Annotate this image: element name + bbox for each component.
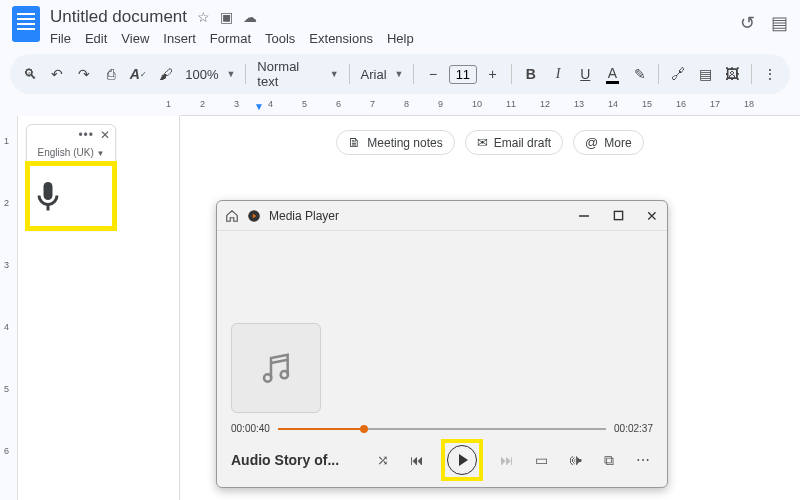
ruler-tick: 13 [574,99,584,109]
ruler-tick: 6 [336,99,341,109]
subtitles-icon[interactable]: ▭ [531,450,551,470]
comment-icon[interactable]: ▤ [771,12,788,34]
media-player-window[interactable]: Media Player ✕ 00:00:40 00:02:37 Audio S… [216,200,668,488]
ruler-tick: 4 [4,322,9,332]
move-folder-icon[interactable]: ▣ [220,9,233,25]
search-icon[interactable]: 🔍︎ [18,62,41,86]
document-title[interactable]: Untitled document [50,7,187,27]
svg-line-6 [271,360,288,363]
window-title: Media Player [269,209,339,223]
redo-icon[interactable]: ↷ [72,62,95,86]
close-icon[interactable]: ✕ [100,128,110,142]
play-button[interactable] [447,445,477,475]
spellcheck-icon[interactable]: A✓ [127,62,150,86]
chip-email-draft[interactable]: ✉Email draft [465,130,563,155]
close-icon[interactable]: ✕ [645,209,659,223]
album-art-placeholder [231,323,321,413]
svg-rect-3 [614,211,622,219]
underline-button[interactable]: U [574,62,597,86]
ruler-tick: 14 [608,99,618,109]
previous-track-icon[interactable]: ⏮ [407,450,427,470]
chevron-down-icon[interactable]: ▼ [395,69,407,79]
email-icon: ✉ [477,135,488,150]
horizontal-ruler[interactable]: ▼ 123456789101112131415161718 [180,98,800,116]
undo-icon[interactable]: ↶ [45,62,68,86]
menu-bar: File Edit View Insert Format Tools Exten… [50,31,740,46]
chevron-down-icon[interactable]: ▼ [226,69,238,79]
highlight-button[interactable]: ✎ [628,62,651,86]
ruler-tick: 17 [710,99,720,109]
microphone-icon[interactable] [30,176,66,218]
text-color-button[interactable]: A [601,62,624,86]
track-title: Audio Story of... [231,452,359,468]
next-track-icon[interactable]: ⏭ [497,450,517,470]
font-size-input[interactable]: 11 [449,65,477,84]
history-icon[interactable]: ↺ [740,12,755,34]
shuffle-icon[interactable]: ⤮ [373,450,393,470]
menu-file[interactable]: File [50,31,71,46]
indent-marker-icon[interactable]: ▼ [254,101,264,112]
ruler-tick: 12 [540,99,550,109]
window-titlebar[interactable]: Media Player ✕ [217,201,667,231]
insert-comment-icon[interactable]: ▤ [693,62,716,86]
chip-more[interactable]: @More [573,130,644,155]
more-toolbar-icon[interactable]: ⋮ [759,62,782,86]
seek-knob[interactable] [360,425,368,433]
seek-bar[interactable] [278,428,606,430]
print-icon[interactable]: ⎙ [100,62,123,86]
home-icon[interactable] [225,209,239,223]
ruler-tick: 11 [506,99,516,109]
star-icon[interactable]: ☆ [197,9,210,25]
ruler-tick: 9 [438,99,443,109]
play-icon [459,454,468,466]
chevron-down-icon[interactable]: ▼ [330,69,342,79]
zoom-select[interactable]: 100% [181,67,222,82]
menu-help[interactable]: Help [387,31,414,46]
chip-meeting-notes[interactable]: 🗎Meeting notes [336,130,454,155]
elapsed-time: 00:00:40 [231,423,270,434]
ruler-tick: 4 [268,99,273,109]
minimize-icon[interactable] [577,209,591,223]
menu-edit[interactable]: Edit [85,31,107,46]
insert-image-icon[interactable]: 🖼︎ [721,62,744,86]
ruler-tick: 5 [302,99,307,109]
font-select[interactable]: Arial [357,67,391,82]
ruler-tick: 10 [472,99,482,109]
ruler-tick: 18 [744,99,754,109]
menu-insert[interactable]: Insert [163,31,196,46]
bold-button[interactable]: B [519,62,542,86]
vertical-ruler[interactable]: 123456 [0,116,18,500]
italic-button[interactable]: I [546,62,569,86]
paint-format-icon[interactable]: 🖌︎ [154,62,177,86]
svg-point-4 [264,374,271,381]
voice-more-icon[interactable]: ••• [78,128,94,142]
miniplayer-icon[interactable]: ⧉ [599,450,619,470]
font-size-increase[interactable]: + [481,62,504,86]
toolbar: 🔍︎ ↶ ↷ ⎙ A✓ 🖌︎ 100% ▼ Normal text ▼ Aria… [10,54,790,94]
maximize-icon[interactable] [611,209,625,223]
ruler-tick: 15 [642,99,652,109]
insert-link-icon[interactable]: 🔗︎ [666,62,689,86]
cloud-status-icon[interactable]: ☁ [243,9,257,25]
font-size-decrease[interactable]: − [421,62,444,86]
at-icon: @ [585,135,598,150]
menu-extensions[interactable]: Extensions [309,31,373,46]
ruler-tick: 8 [404,99,409,109]
menu-view[interactable]: View [121,31,149,46]
ruler-tick: 3 [234,99,239,109]
docs-app-icon[interactable] [12,6,40,42]
ruler-tick: 7 [370,99,375,109]
ruler-tick: 16 [676,99,686,109]
more-options-icon[interactable]: ⋯ [633,450,653,470]
play-highlight-frame [441,439,483,481]
voice-typing-panel: ••• ✕ English (UK) ▼ [26,124,116,230]
paragraph-style-select[interactable]: Normal text [253,59,325,89]
mic-highlight-frame [25,161,117,231]
ruler-tick: 1 [166,99,171,109]
volume-icon[interactable]: 🕪 [565,450,585,470]
doc-icon: 🗎 [348,135,361,150]
ruler-tick: 6 [4,446,9,456]
menu-tools[interactable]: Tools [265,31,295,46]
menu-format[interactable]: Format [210,31,251,46]
music-note-icon [256,348,296,388]
